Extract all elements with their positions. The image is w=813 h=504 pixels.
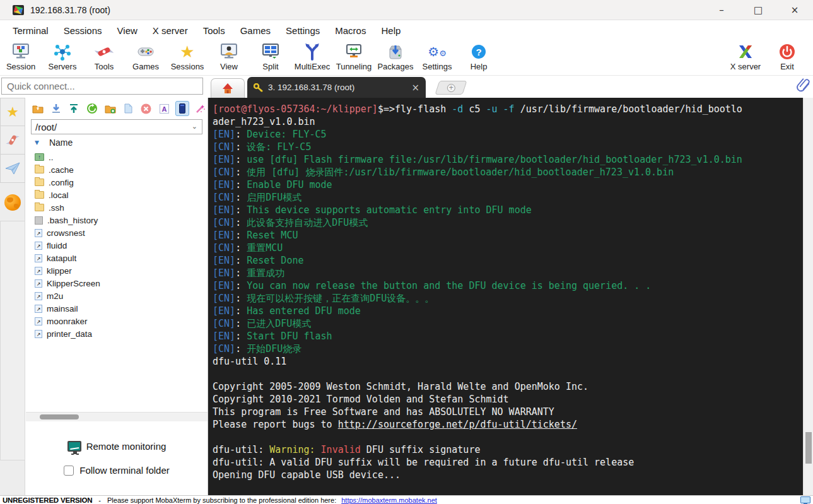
- updir-icon: ↑: [35, 153, 44, 161]
- tab-home[interactable]: [211, 78, 245, 98]
- horizontal-scrollbar[interactable]: [26, 412, 208, 421]
- file-row[interactable]: ↗fluidd: [35, 239, 208, 252]
- menu-macros[interactable]: Macros: [327, 23, 373, 38]
- symlink-icon: ↗: [35, 267, 42, 275]
- unregistered-version-label: UNREGISTERED VERSION: [3, 496, 92, 504]
- file-row[interactable]: .cache: [35, 163, 208, 176]
- current-path-input[interactable]: [31, 119, 202, 134]
- terminal-line: dfu-util 0.11: [213, 355, 798, 368]
- view-button[interactable]: View: [208, 40, 250, 71]
- terminal-line: Copyright 2010-2021 Tormod Volden and St…: [213, 393, 798, 406]
- exit-button[interactable]: Exit: [766, 40, 808, 71]
- file-row[interactable]: ↗katapult: [35, 252, 208, 264]
- rename-icon[interactable]: A: [157, 101, 172, 116]
- toolbar-label: X server: [730, 62, 761, 71]
- file-row[interactable]: ↑..: [35, 151, 208, 163]
- multiexec-button[interactable]: MultiExec: [291, 40, 333, 71]
- menu-games[interactable]: Games: [233, 23, 278, 38]
- symlink-icon: ↗: [35, 330, 42, 338]
- file-row[interactable]: .bash_history: [35, 214, 208, 226]
- maximize-button[interactable]: □: [740, 0, 776, 20]
- horizontal-scrollbar-thumb[interactable]: [40, 414, 79, 419]
- terminal-line: [EN]: Has entered DFU mode: [213, 305, 798, 317]
- multiexec-icon: [303, 42, 322, 61]
- session-button[interactable]: Session: [0, 40, 42, 71]
- xserver-button[interactable]: X server: [725, 40, 766, 71]
- menu-tools[interactable]: Tools: [196, 23, 233, 38]
- quick-connect-input[interactable]: [1, 78, 203, 95]
- download-icon[interactable]: [49, 101, 64, 116]
- menu-help[interactable]: Help: [373, 23, 408, 38]
- refresh-icon[interactable]: [85, 101, 100, 116]
- file-row[interactable]: ↗klipper: [35, 264, 208, 277]
- file-list-header[interactable]: ▼ Name: [26, 134, 208, 151]
- tools-button[interactable]: Tools: [83, 40, 125, 71]
- menu-view[interactable]: View: [110, 23, 145, 38]
- xserver-icon: [736, 42, 755, 61]
- tray-monitor-icon: [800, 496, 810, 503]
- minimize-button[interactable]: –: [703, 0, 740, 20]
- split-button[interactable]: Split: [250, 40, 291, 71]
- sidebar-tab-macros[interactable]: [0, 155, 25, 183]
- toolbar-label: Settings: [423, 62, 452, 71]
- new-folder-icon[interactable]: [103, 101, 117, 116]
- help-button[interactable]: ? Help: [458, 40, 500, 71]
- list-view-icon[interactable]: [175, 101, 190, 116]
- terminal-scrollbar[interactable]: [803, 98, 813, 496]
- symlink-icon: ↗: [35, 229, 42, 237]
- main-area: ★: [0, 98, 813, 496]
- file-row[interactable]: ↗crowsnest: [35, 226, 208, 239]
- servers-button[interactable]: Servers: [42, 40, 83, 71]
- menu-sessions[interactable]: Sessions: [56, 23, 110, 38]
- tab-close-icon[interactable]: ×: [411, 82, 419, 93]
- close-button[interactable]: ×: [776, 0, 813, 20]
- sftp-globe-icon[interactable]: [4, 194, 21, 211]
- sessions-button[interactable]: ★ Sessions: [167, 40, 208, 71]
- tab-session-active[interactable]: 3. 192.168.31.78 (root) ×: [247, 77, 426, 98]
- separator: -: [98, 496, 101, 504]
- menu-settings[interactable]: Settings: [278, 23, 327, 38]
- magic-wand-icon[interactable]: [193, 101, 208, 116]
- mobatek-link[interactable]: https://mobaxterm.mobatek.net: [341, 496, 437, 504]
- follow-terminal-folder-row[interactable]: Follow terminal folder: [26, 465, 208, 476]
- menu-xserver[interactable]: X server: [145, 23, 196, 38]
- terminal-line: [CN]: 启用DFU模式: [213, 191, 798, 204]
- packages-button[interactable]: Packages: [375, 40, 416, 71]
- file-row[interactable]: .config: [35, 176, 208, 189]
- toolbar-label: View: [220, 62, 238, 71]
- attachments-paperclip-icon[interactable]: [795, 78, 810, 93]
- swiss-knife-icon: [5, 132, 20, 148]
- terminal-scrollbar-thumb[interactable]: [805, 432, 812, 464]
- games-button[interactable]: Games: [125, 40, 167, 71]
- file-row[interactable]: ↗printer_data: [35, 327, 208, 340]
- delete-icon[interactable]: [139, 101, 154, 116]
- menu-terminal[interactable]: Terminal: [5, 23, 56, 38]
- file-row[interactable]: ↗m2u: [35, 290, 208, 302]
- go-up-folder-icon[interactable]: [31, 101, 45, 116]
- terminal-output[interactable]: [root@flyos-057364:~/klipper]$=>fly-flas…: [208, 98, 803, 496]
- side-tab-strip: ★: [0, 98, 25, 496]
- file-row[interactable]: .local: [35, 189, 208, 201]
- follow-folder-checkbox[interactable]: [64, 466, 74, 476]
- toolbar-label: Exit: [780, 62, 794, 71]
- file-row[interactable]: ↗mainsail: [35, 302, 208, 315]
- sidebar-tab-tools[interactable]: [0, 126, 25, 155]
- symlink-icon: ↗: [35, 279, 42, 288]
- column-header-name: Name: [49, 138, 73, 148]
- new-file-icon[interactable]: [121, 101, 136, 116]
- new-tab-button[interactable]: +: [435, 81, 467, 95]
- file-row[interactable]: .ssh: [35, 201, 208, 214]
- upload-icon[interactable]: [67, 101, 81, 116]
- remote-monitoring-label: Remote monitoring: [86, 441, 167, 452]
- toolbar-label: Tunneling: [336, 62, 372, 71]
- tools-icon: [95, 42, 114, 61]
- file-list[interactable]: ↑...cache.config.local.ssh.bash_history↗…: [26, 151, 208, 340]
- settings-button[interactable]: ⚙⚙ Settings: [416, 40, 458, 71]
- remote-monitoring-icon: [67, 441, 81, 452]
- sidebar-tab-sessions[interactable]: ★: [0, 98, 25, 126]
- file-row[interactable]: ↗moonraker: [35, 315, 208, 327]
- file-row[interactable]: ↗KlipperScreen: [35, 277, 208, 290]
- tunneling-button[interactable]: Tunneling: [333, 40, 375, 71]
- remote-monitoring-button[interactable]: Remote monitoring: [26, 441, 208, 452]
- toolbar-label: MultiExec: [295, 62, 330, 71]
